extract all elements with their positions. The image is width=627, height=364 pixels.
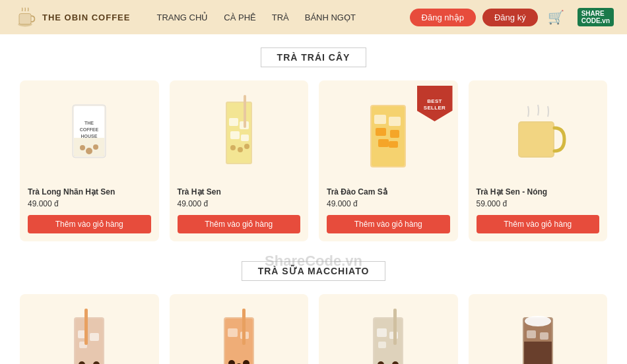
drink-illustration [358, 305, 418, 364]
drink-illustration: THE COFFEE HOUSE [59, 92, 119, 177]
product-card: Trà Đen Macchiato 55.000 đ Thêm vào giỏ … [469, 294, 608, 364]
product-card: Hồng Trà Sữa Trân Châu 55.000 đ Thêm vào… [20, 294, 159, 364]
login-button[interactable]: Đăng nhập [410, 9, 476, 26]
logo-area: THE OBIN COFFEE [13, 5, 130, 29]
drink-illustration [358, 92, 418, 177]
svg-rect-50 [242, 309, 246, 345]
register-button[interactable]: Đăng ký [482, 9, 538, 26]
product-name: Trà Đào Cam Sả [327, 187, 450, 197]
section-title-2: TRÀ SỮA MACCHIATO [242, 261, 386, 281]
nav-ca-phe[interactable]: CÀ PHÊ [224, 13, 255, 22]
svg-text:THE: THE [84, 121, 94, 125]
product-image-wrap [178, 88, 301, 181]
product-card: Trà Hạt Sen - Nóng 59.000 đ Thêm vào giỏ… [469, 80, 608, 241]
svg-point-19 [244, 144, 249, 149]
main-nav: TRANG CHỦ CÀ PHÊ TRÀ BÁNH NGỌT [156, 13, 396, 22]
svg-rect-1 [19, 14, 31, 24]
product-card: Trà Hạt Sen 49.000 đ Thêm vào giỏ hàng [170, 80, 309, 241]
section-title-1: TRÀ TRÁI CÂY [261, 47, 367, 67]
product-price: 49.000 đ [327, 199, 450, 208]
product-image-wrap: BEST SELLER [327, 88, 450, 181]
svg-rect-15 [230, 131, 240, 139]
drink-illustration [209, 92, 269, 177]
product-grid-1: THE COFFEE HOUSE Trà Long Nhãn Hạt Sen 4… [20, 80, 607, 241]
product-card: Trà Sữa Mắc Ca Trân Châu 55.000 đ Thêm v… [170, 294, 309, 364]
svg-rect-13 [229, 118, 238, 126]
product-price: 49.000 đ [28, 199, 151, 208]
add-to-cart-button[interactable]: Thêm vào giỏ hàng [327, 215, 450, 233]
svg-point-6 [86, 148, 92, 154]
svg-point-7 [93, 144, 98, 150]
svg-rect-52 [374, 318, 402, 364]
svg-rect-20 [244, 95, 246, 128]
svg-rect-27 [378, 139, 389, 147]
add-to-cart-button[interactable]: Thêm vào giỏ hàng [28, 215, 151, 233]
main-content: ShareCode.vn TRÀ TRÁI CÂY [0, 34, 627, 364]
section-title-wrap-1: TRÀ TRÁI CÂY [20, 47, 607, 67]
section-tra-sua-macchiato: TRÀ SỮA MACCHIATO Copyright © ShareCode.… [20, 261, 607, 364]
sharecode-logo: SHARECODE.vn [578, 8, 614, 26]
svg-rect-59 [393, 309, 397, 345]
add-to-cart-button[interactable]: Thêm vào giỏ hàng [178, 215, 301, 233]
svg-rect-25 [376, 128, 386, 136]
svg-point-18 [238, 147, 243, 152]
svg-rect-64 [527, 330, 536, 338]
svg-point-5 [80, 145, 85, 150]
product-image-wrap [477, 302, 600, 364]
drink-illustration [508, 305, 568, 364]
product-card: THE COFFEE HOUSE Trà Long Nhãn Hạt Sen 4… [20, 80, 159, 241]
cart-icon[interactable]: 🛒 [548, 9, 564, 25]
svg-text:HOUSE: HOUSE [81, 134, 98, 138]
best-seller-badge: BEST SELLER [417, 86, 453, 121]
svg-rect-43 [225, 318, 253, 364]
product-name: Trà Hạt Sen - Nóng [477, 187, 600, 197]
section-title-wrap-2: TRÀ SỮA MACCHIATO [20, 261, 607, 281]
svg-rect-26 [390, 130, 399, 138]
sharecode-badge: SHARECODE.vn [578, 8, 614, 26]
svg-rect-44 [228, 328, 238, 337]
svg-rect-32 [75, 318, 103, 364]
drink-illustration [59, 305, 119, 364]
svg-text:COFFEE: COFFEE [80, 127, 99, 132]
product-name: Trà Long Nhãn Hạt Sen [28, 187, 151, 197]
svg-rect-41 [84, 309, 88, 345]
product-grid-2: Hồng Trà Sữa Trân Châu 55.000 đ Thêm vào… [20, 294, 607, 364]
section-tra-trai-cay: TRÀ TRÁI CÂY [20, 47, 607, 241]
product-image-wrap [178, 302, 301, 364]
svg-rect-53 [377, 328, 387, 337]
product-card: BEST SELLER Trà Đà [319, 80, 458, 241]
nav-trang-chu[interactable]: TRANG CHỦ [156, 13, 208, 22]
product-image-wrap [327, 302, 450, 364]
svg-rect-23 [374, 115, 386, 124]
drink-illustration [209, 305, 269, 364]
logo-icon [13, 5, 37, 29]
svg-rect-16 [241, 135, 249, 141]
svg-rect-28 [389, 141, 398, 148]
product-image-wrap [28, 302, 151, 364]
product-image-wrap [477, 88, 600, 181]
svg-rect-55 [378, 342, 386, 348]
svg-point-62 [525, 316, 551, 326]
svg-rect-34 [90, 333, 99, 341]
svg-rect-65 [540, 332, 548, 340]
product-image-wrap: THE COFFEE HOUSE [28, 88, 151, 181]
header: THE OBIN COFFEE TRANG CHỦ CÀ PHÊ TRÀ BÁN… [0, 0, 627, 34]
nav-tra[interactable]: TRÀ [272, 13, 289, 22]
drink-illustration [508, 92, 568, 177]
add-to-cart-button[interactable]: Thêm vào giỏ hàng [477, 215, 600, 233]
svg-rect-63 [524, 342, 552, 364]
svg-rect-30 [519, 123, 553, 156]
logo-text: THE OBIN COFFEE [42, 13, 130, 22]
product-card: Trà Sữa Mắc Ca Trân Châu 55.000 đ Thêm v… [319, 294, 458, 364]
product-name: Trà Hạt Sen [178, 187, 301, 197]
svg-point-17 [230, 145, 236, 150]
header-actions: Đăng nhập Đăng ký 🛒 SHARECODE.vn [410, 8, 614, 26]
product-price: 59.000 đ [477, 199, 600, 208]
svg-rect-24 [389, 117, 401, 126]
product-price: 49.000 đ [178, 199, 301, 208]
nav-banh-ngot[interactable]: BÁNH NGỌT [305, 13, 356, 22]
